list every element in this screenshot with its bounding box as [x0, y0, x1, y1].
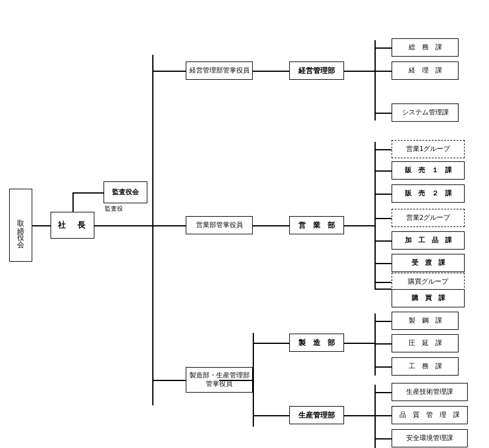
- kounyu-ka-box: 購 買 課: [392, 289, 465, 307]
- torishimariyakukai-box: 取 締 役 会: [9, 189, 32, 262]
- eigyobu-box: 営 業 部: [289, 216, 344, 234]
- somu-ka-box: 総 務 課: [392, 38, 459, 57]
- hanbai2-ka-box: 販 売 ２ 課: [392, 184, 465, 203]
- seisan-kanribu-box: 生産管理部: [289, 406, 344, 424]
- keiei-kanribu-box: 経営管理部: [289, 61, 344, 80]
- eigyo-bucho-box: 営業部管掌役員: [186, 216, 253, 234]
- kako-ka-box: 加 工 品 課: [392, 231, 465, 250]
- org-chart: 取 締 役 会 社 長 監査役会 監査役 経営管理部管掌役員 経営管理部 総 務…: [6, 6, 483, 442]
- aten-ka-box: 圧 延 課: [392, 334, 459, 352]
- keiri-ka-box: 経 理 課: [392, 61, 459, 80]
- anzen-ka-box: 安全環境管理課: [392, 429, 468, 447]
- kansayakukai-box: 監査役会: [104, 181, 147, 203]
- seizobu-box: 製 造 部: [289, 334, 344, 352]
- ukewatashi-ka-box: 受 渡 課: [392, 254, 465, 272]
- hanbai1-ka-box: 販 売 １ 課: [392, 161, 465, 180]
- system-ka-box: システム管理課: [392, 103, 459, 122]
- kounyu-group-box: 購買グループ: [392, 273, 465, 291]
- komu-ka-box: 工 務 課: [392, 357, 459, 376]
- hinshitsu-ka-box: 品 質 管 理 課: [392, 406, 468, 424]
- shacho-box: 社 長: [51, 212, 94, 239]
- kansayaku-label: 監査役: [105, 205, 123, 213]
- eigyo2-group-box: 営業2グループ: [392, 209, 465, 227]
- seisan-gijutsu-ka-box: 生産技術管理課: [392, 383, 468, 401]
- eigyo1-group-box: 営業1グループ: [392, 140, 465, 158]
- keiei-kanri-bucho-box: 経営管理部管掌役員: [186, 61, 253, 80]
- seiko-ka-box: 製 鋼 課: [392, 312, 459, 330]
